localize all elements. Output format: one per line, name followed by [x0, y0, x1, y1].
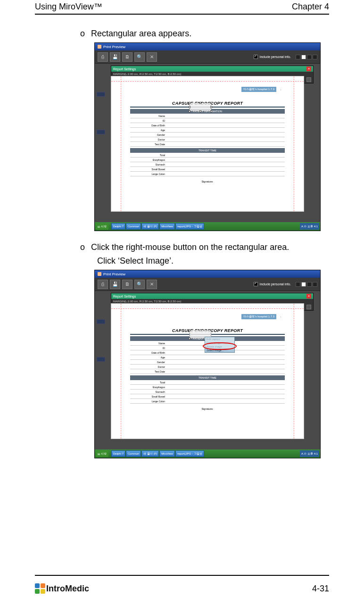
page-number: 4-31 — [312, 584, 329, 594]
resize-handle[interactable] — [210, 102, 212, 104]
taskbar-label: MiroView — [161, 452, 173, 455]
page-button[interactable]: 🗎 — [122, 52, 132, 62]
resize-handle[interactable] — [189, 329, 190, 331]
check-icon — [254, 55, 258, 59]
settings-title: Report Settings — [113, 67, 136, 71]
field-label: Large Colon — [130, 399, 168, 403]
start-button[interactable]: ⊞ 시작 — [96, 223, 108, 230]
ruler-mark — [97, 357, 105, 362]
page-button[interactable]: 🗎 — [122, 280, 132, 289]
taskbar-item[interactable]: Delphi 7 — [111, 223, 125, 230]
screenshot-1: Print Preview ⎙ 💾 🗎 🔍 ✕ Include personal… — [94, 42, 321, 231]
taskbar-item[interactable]: MiroView — [159, 450, 175, 457]
close-icon[interactable]: × — [306, 66, 311, 71]
field-row: Esophagus — [130, 158, 285, 162]
window-titlebar: Print Preview — [95, 270, 320, 278]
include-label: Include personal info. — [259, 55, 291, 58]
context-menu[interactable]: Edit caption Erase image Rotate image Se… — [205, 337, 235, 353]
resize-handle[interactable] — [210, 110, 212, 112]
section-transit-time: TRANSIT TIME — [130, 148, 285, 153]
resize-handle[interactable] — [210, 106, 212, 108]
taskbar-item[interactable]: report(JPG - 그림판 — [175, 450, 204, 457]
windows-icon: ⊞ — [98, 452, 100, 456]
field-row: Large Colon — [130, 399, 285, 404]
field-row: Small Bowel — [130, 394, 285, 399]
taskbar-label: Delphi 7 — [113, 225, 124, 228]
include-personal-info-checkbox[interactable]: Include personal info. — [254, 55, 291, 59]
resize-handle[interactable] — [189, 102, 190, 104]
taskbar-item[interactable]: 새 폴더 (F) — [141, 223, 159, 230]
field-row: Stomach — [130, 162, 285, 167]
taskbar-item[interactable]: 새 폴더 (F) — [141, 450, 159, 457]
intromedic-logo: IntroMedic — [35, 583, 89, 594]
spinner-button[interactable] — [306, 77, 311, 82]
window-titlebar: Print Preview — [95, 43, 320, 50]
close-button[interactable]: ✕ — [147, 52, 157, 62]
field-row: Large Colon — [130, 172, 285, 176]
version-text: 1.7.3 — [268, 315, 274, 318]
app-icon — [98, 45, 101, 49]
version-text: 1.7.3 — [268, 88, 274, 91]
field-label: Esophagus — [130, 158, 168, 162]
resize-handle[interactable] — [199, 110, 201, 112]
margin-text: MARGIN(L:2.00 cm, R:2.50 cm, T:2.50 cm, … — [113, 300, 182, 303]
taskbar-label: 새 폴더 (F) — [143, 452, 157, 456]
field-label: Large Colon — [130, 172, 168, 176]
menu-item-erase-image[interactable]: Erase image — [205, 341, 234, 345]
field-label: Name — [130, 341, 168, 345]
resize-handle[interactable] — [210, 329, 212, 331]
hospital-name: 아스클레's hospital — [243, 315, 267, 318]
start-label: 시작 — [101, 224, 107, 229]
menu-item-rotate-image[interactable]: Rotate image — [205, 345, 234, 349]
step-1: o Rectangular area appears. — [80, 29, 321, 39]
field-label: Gender — [130, 133, 168, 137]
system-tray[interactable]: A 가 오후 4:1 — [300, 450, 319, 457]
system-tray[interactable]: A 가 오후 4:1 — [300, 223, 319, 230]
taskbar-label: Common — [128, 225, 139, 228]
page-counter[interactable] — [296, 55, 317, 59]
save-button[interactable]: 💾 — [110, 52, 120, 62]
selection-rectangle[interactable] — [190, 103, 211, 111]
field-label: Test Date — [130, 369, 168, 374]
bullet-marker: o — [80, 242, 89, 252]
taskbar-label: report(JPG - 그림판 — [177, 224, 202, 229]
settings-titlebar: Report Settings × — [111, 66, 313, 72]
step-1-text: Rectangular area appears. — [91, 29, 191, 38]
settings-titlebar: Report Settings × — [111, 293, 313, 299]
field-row: ID — [130, 118, 285, 123]
save-button[interactable]: 💾 — [110, 280, 120, 289]
menu-item-edit-caption[interactable]: Edit caption — [205, 337, 234, 341]
ruler-mark — [97, 130, 105, 134]
resize-handle[interactable] — [189, 106, 190, 108]
close-icon[interactable]: × — [306, 294, 311, 299]
menu-item-select-image[interactable]: Select image... — [205, 349, 234, 352]
zoom-button[interactable]: 🔍 — [134, 52, 145, 62]
taskbar-item[interactable]: MiroView — [159, 223, 175, 230]
field-label: Age — [130, 128, 168, 132]
taskbar-item[interactable]: Common — [126, 450, 141, 457]
taskbar-item[interactable]: Delphi 7 — [111, 450, 125, 457]
toolbar: ⎙ 💾 🗎 🔍 ✕ Include personal info. — [95, 50, 320, 64]
field-row: Name — [130, 114, 285, 118]
resize-handle[interactable] — [189, 338, 190, 340]
field-row: Small Bowel — [130, 167, 285, 172]
tray-text: A 가 오후 4:1 — [301, 224, 318, 229]
print-button[interactable]: ⎙ — [98, 52, 108, 62]
close-button[interactable]: ✕ — [147, 280, 157, 289]
start-button[interactable]: ⊞ 시작 — [96, 450, 108, 457]
zoom-button[interactable]: 🔍 — [134, 280, 145, 289]
field-row: Total — [130, 153, 285, 158]
vertical-ruler — [97, 319, 108, 445]
taskbar-item[interactable]: report(JPG - 그림판 — [175, 223, 204, 230]
page-counter[interactable] — [296, 282, 317, 287]
taskbar-label: 새 폴더 (F) — [143, 224, 157, 229]
num-seg — [313, 282, 317, 287]
brand-text: IntroMedic — [46, 584, 89, 594]
spinner-button[interactable] — [306, 305, 311, 309]
include-label: Include personal info. — [259, 282, 291, 286]
taskbar-item[interactable]: Common — [126, 223, 141, 230]
resize-handle[interactable] — [189, 110, 190, 112]
include-personal-info-checkbox[interactable]: Include personal info. — [254, 282, 291, 286]
print-button[interactable]: ⎙ — [98, 280, 108, 289]
resize-handle[interactable] — [199, 102, 201, 104]
